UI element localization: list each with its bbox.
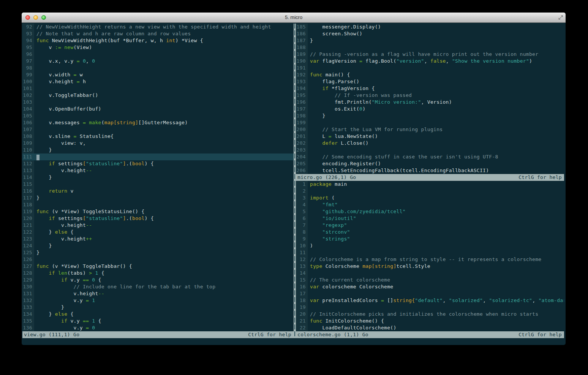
code-line[interactable]: 187} [296,37,564,44]
code-line[interactable]: 125} [22,249,294,256]
code-line[interactable]: 119func (v *View) ToggleStatusLine() { [22,208,294,215]
code-line[interactable]: 129 if v.y == 0 { [22,277,294,283]
code-line[interactable]: 108 v.sline = Statusline{ [22,133,294,140]
code-line[interactable]: 4 "fmt" [296,201,564,208]
code-line[interactable]: 131 v.height-- [22,290,294,297]
code-line[interactable]: 195 // If -version was passed [296,92,564,99]
code-line[interactable]: 21func InitColorscheme() { [296,318,564,324]
code-line[interactable]: 105 [22,112,294,119]
code-line[interactable]: 113 v.height-- [22,167,294,174]
code-line[interactable]: 130 // Include one line for the tab bar … [22,283,294,290]
command-bar[interactable] [22,338,564,345]
code-line[interactable]: 199 [296,119,564,126]
code-line[interactable]: 116 return v [22,188,294,195]
zoom-button[interactable] [41,15,46,20]
code-line[interactable]: 106 v.messages = make(map[string][]Gutte… [22,119,294,126]
code-line[interactable]: 121 v.height-- [22,222,294,229]
code-line[interactable]: 201 L = lua.NewState() [296,133,564,140]
close-button[interactable] [25,15,30,20]
code-line[interactable]: 136 v.y = 0 [22,324,294,331]
code-line[interactable]: 114 } [22,174,294,181]
code-line[interactable]: 102 v.ToggleTabbar() [22,92,294,99]
code-line[interactable]: 133 } [22,304,294,311]
code-line[interactable]: 127func (v *View) ToggleTabbar() { [22,263,294,270]
code-line[interactable]: 111 [22,153,294,160]
code-line[interactable]: 117} [22,195,294,201]
code-line[interactable]: 186 screen.Show() [296,30,564,37]
code-line[interactable]: 112 if settings["statusline"].(bool) { [22,160,294,167]
code-line[interactable]: 203 [296,147,564,153]
code-line[interactable]: 3import ( [296,195,564,201]
code-line[interactable]: 101 [22,85,294,92]
pane-divider[interactable] [294,24,296,338]
code-line[interactable]: 123 v.height++ [22,236,294,242]
code-line[interactable]: 204 // Some encoding stuff in case the u… [296,153,564,160]
code-line[interactable]: 98 [22,65,294,71]
code-line[interactable]: 15// The current colorscheme [296,277,564,283]
code-line[interactable]: 94func NewViewWidthHeight(buf *Buffer, w… [22,37,294,44]
minimize-button[interactable] [33,15,38,20]
code-line[interactable]: 92// NewViewWidthHeight returns a new vi… [22,24,294,30]
code-line[interactable]: 200 // Start the Lua VM for running plug… [296,126,564,133]
code-line[interactable]: 6 "io/ioutil" [296,215,564,222]
code-line[interactable]: 18var preInstalledColors = []string{"def… [296,297,564,304]
code-line[interactable]: 126 [22,256,294,263]
code-line[interactable]: 134 } else { [22,311,294,318]
code-line[interactable]: 189// Passing -version as a flag will ha… [296,51,564,58]
code-line[interactable]: 135 if v.y == 1 { [22,318,294,324]
code-line[interactable]: 95 v := new(View) [22,44,294,51]
code-area-colorscheme-go[interactable]: 1package main23import (4 "fmt"5 "github.… [296,181,564,331]
code-line[interactable]: 185 messenger.Display() [296,24,564,30]
line-code: if *flagVersion { [308,85,564,92]
code-line[interactable]: 103 [22,99,294,106]
code-area-micro-go[interactable]: 185 messenger.Display()186 screen.Show()… [296,24,564,174]
code-line[interactable]: 110 } [22,147,294,153]
code-line[interactable]: 14 [296,270,564,277]
code-line[interactable]: 11 [296,249,564,256]
code-line[interactable]: 19 [296,304,564,311]
code-line[interactable]: 188 [296,44,564,51]
code-line[interactable]: 194 if *flagVersion { [296,85,564,92]
code-line[interactable]: 100 v.height = h [22,78,294,85]
code-line[interactable]: 99 v.width = w [22,71,294,78]
code-line[interactable]: 124 } [22,242,294,249]
code-line[interactable]: 97 v.x, v.y = 0, 0 [22,58,294,65]
code-line[interactable]: 2 [296,188,564,195]
code-line[interactable]: 206 tcell.SetEncodingFallback(tcell.Enco… [296,167,564,174]
fullscreen-resize-icon[interactable]: ⤢ [558,14,563,21]
code-line[interactable]: 96 [22,51,294,58]
code-line[interactable]: 8 "strconv" [296,229,564,236]
code-line[interactable]: 17 [296,290,564,297]
code-line[interactable]: 118 [22,201,294,208]
code-line[interactable]: 128 if len(tabs) > 1 { [22,270,294,277]
code-line[interactable]: 12// Colorscheme is a map from string to… [296,256,564,263]
code-line[interactable]: 197 os.Exit(0) [296,106,564,112]
code-line[interactable]: 107 [22,126,294,133]
code-line[interactable]: 10) [296,242,564,249]
code-line[interactable]: 20// InitColorscheme picks and initializ… [296,311,564,318]
code-line[interactable]: 5 "github.com/zyedidia/tcell" [296,208,564,215]
code-line[interactable]: 9 "strings" [296,236,564,242]
code-line[interactable]: 13type Colorscheme map[string]tcell.Styl… [296,263,564,270]
code-line[interactable]: 190var flagVersion = flag.Bool("version"… [296,58,564,65]
code-area-view-go[interactable]: 92// NewViewWidthHeight returns a new vi… [22,24,294,331]
code-line[interactable]: 115 [22,181,294,188]
code-line[interactable]: 22 LoadDefaultColorscheme() [296,324,564,331]
code-line[interactable]: 104 v.OpenBuffer(buf) [22,106,294,112]
code-line[interactable]: 192func main() { [296,71,564,78]
code-line[interactable]: 109 view: v, [22,140,294,147]
code-line[interactable]: 193 flag.Parse() [296,78,564,85]
code-line[interactable]: 196 fmt.Println("Micro version:", Versio… [296,99,564,106]
titlebar[interactable]: 5. micro ⤢ [22,13,566,23]
code-line[interactable]: 1package main [296,181,564,188]
code-line[interactable]: 93// Note that w and h are raw column an… [22,30,294,37]
code-line[interactable]: 122 } else { [22,229,294,236]
code-line[interactable]: 198 } [296,112,564,119]
code-line[interactable]: 205 encoding.Register() [296,160,564,167]
code-line[interactable]: 7 "regexp" [296,222,564,229]
code-line[interactable]: 132 v.y = 1 [22,297,294,304]
code-line[interactable]: 120 if settings["statusline"].(bool) { [22,215,294,222]
code-line[interactable]: 202 defer L.Close() [296,140,564,147]
code-line[interactable]: 16var colorscheme Colorscheme [296,283,564,290]
code-line[interactable]: 191 [296,65,564,71]
